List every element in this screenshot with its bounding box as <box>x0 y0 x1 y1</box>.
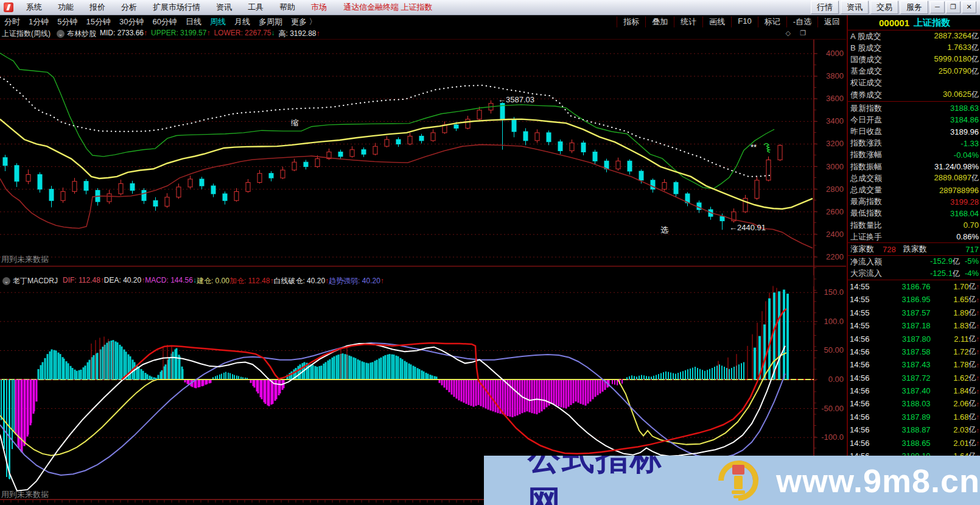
quote-row[interactable]: 最高指数3199.28 <box>848 196 980 208</box>
quote-row[interactable]: 国债成交5999.0180亿 <box>848 54 980 65</box>
quote-row[interactable]: 最低指数3168.04 <box>848 208 980 219</box>
tick-row[interactable]: 14:563188.872.03亿↑ <box>848 423 980 436</box>
tool-button--自选[interactable]: -自选 <box>786 16 817 27</box>
indicator-value: 白线破仓: 40.20↑ <box>273 276 329 286</box>
quote-row[interactable]: 指数量比0.70 <box>848 219 980 231</box>
quote-value: 5999.0180亿 <box>934 54 979 65</box>
quote-label: 最低指数 <box>850 208 882 219</box>
quote-row[interactable]: 指数振幅31.24/0.98% <box>848 161 980 172</box>
tick-row[interactable]: 14:553187.181.83亿↑ <box>848 319 980 332</box>
tick-row[interactable]: 14:563187.581.72亿↑ <box>848 345 980 358</box>
flow-value: -125.1亿-4% <box>930 269 979 279</box>
period-tab-30分钟[interactable]: 30分钟 <box>115 16 148 27</box>
menu-item-资讯[interactable]: 资讯 <box>208 1 240 14</box>
tick-row[interactable]: 14:553186.761.70亿↑ <box>848 280 980 293</box>
quote-row[interactable]: 上证换手0.86% <box>848 231 980 242</box>
tool-button-画线[interactable]: 画线 <box>702 16 731 27</box>
tick-row[interactable]: 14:563188.032.06亿↑ <box>848 397 980 410</box>
quote-row[interactable]: B 股成交1.7633亿 <box>848 42 980 54</box>
tick-row[interactable]: 14:563187.891.68亿↑ <box>848 411 980 423</box>
menu-item-报价[interactable]: 报价 <box>82 1 113 14</box>
close-button[interactable]: ✕ <box>962 1 976 13</box>
tick-row[interactable]: 14:563188.652.01亿↑ <box>848 436 980 449</box>
quote-row[interactable]: A 股成交2887.3264亿 <box>848 30 980 42</box>
indicator-name[interactable]: 布林炒股 <box>67 29 96 39</box>
menu-bar: 系统功能报价分析扩展市场行情资讯工具帮助 <box>18 1 303 14</box>
period-tab-周线[interactable]: 周线 <box>206 16 230 27</box>
titlebar-button-交易[interactable]: 交易 <box>870 1 898 14</box>
tick-row[interactable]: 14:553186.951.65亿↑ <box>848 293 980 306</box>
tool-button-标记[interactable]: 标记 <box>758 16 786 27</box>
quote-row[interactable]: 权证成交 <box>848 77 980 89</box>
tick-row[interactable]: 14:563187.721.62亿↑ <box>848 371 980 384</box>
svg-text:4000: 4000 <box>826 49 844 58</box>
svg-text:50.00: 50.00 <box>824 345 844 355</box>
minimize-button[interactable]: ─ <box>930 1 945 13</box>
svg-text:←3587.03: ←3587.03 <box>498 95 534 104</box>
period-tab-1分钟[interactable]: 1分钟 <box>24 16 53 27</box>
window-title: 通达信金融终端 上证指数 <box>343 2 433 13</box>
svg-text:用到未来数据: 用到未来数据 <box>1 255 49 264</box>
quote-label: 昨日收盘 <box>850 126 882 137</box>
quote-row[interactable]: 基金成交250.0790亿 <box>848 66 980 77</box>
chart-corner-icons[interactable]: ◇ ❐ <box>786 29 810 37</box>
quote-row[interactable]: 指数涨幅-0.04% <box>848 149 980 161</box>
menu-item-扩展市场行情[interactable]: 扩展市场行情 <box>145 1 208 14</box>
quote-label: 最新指数 <box>850 103 882 114</box>
svg-text:←2440.91: ←2440.91 <box>729 223 766 232</box>
quote-row[interactable]: 最新指数3188.63 <box>848 102 980 114</box>
menu-item-系统[interactable]: 系统 <box>18 1 50 14</box>
svg-text:缩: 缩 <box>291 118 299 127</box>
tick-row[interactable]: 14:563187.431.78亿↑ <box>848 358 980 371</box>
svg-text:2600: 2600 <box>826 207 844 216</box>
tool-button-返回[interactable]: 返回 <box>817 16 846 27</box>
macd-indicator-name[interactable]: 老丁MACDRJ <box>13 276 58 286</box>
tick-row[interactable]: 14:563187.401.84亿↑ <box>848 384 980 397</box>
quote-title[interactable]: 000001 上证指数 <box>848 15 980 30</box>
menu-item-分析[interactable]: 分析 <box>113 1 145 14</box>
period-tab-5分钟[interactable]: 5分钟 <box>53 16 82 27</box>
menu-item-功能[interactable]: 功能 <box>50 1 82 14</box>
svg-text:选: 选 <box>660 225 668 235</box>
indicator-value: 高: 3192.88↑ <box>279 29 320 39</box>
quote-row[interactable]: 今日开盘3184.86 <box>848 114 980 125</box>
period-tab-60分钟[interactable]: 60分钟 <box>148 16 181 27</box>
period-tab-月线[interactable]: 月线 <box>230 16 254 27</box>
svg-text:2800: 2800 <box>826 185 844 194</box>
quote-label: 总成交量 <box>850 185 882 196</box>
quote-value: 2887.3264亿 <box>934 31 979 41</box>
quote-row[interactable]: 指数涨跌-1.33 <box>848 138 980 149</box>
macd-collapse-icon[interactable]: ⌄ <box>2 277 10 285</box>
tool-button-F10[interactable]: F10 <box>731 16 757 27</box>
menu-item-帮助[interactable]: 帮助 <box>271 1 303 14</box>
svg-text:3200: 3200 <box>826 139 844 148</box>
tick-row[interactable]: 14:553187.571.89亿↑ <box>848 306 980 319</box>
tool-button-统计[interactable]: 统计 <box>674 16 702 27</box>
quote-row[interactable]: 债券成交30.0625亿 <box>848 89 980 101</box>
quote-label: 权证成交 <box>850 77 882 88</box>
indicator-value: MACD: 144.56↓ <box>145 276 197 286</box>
titlebar-button-行情[interactable]: 行情 <box>811 1 839 14</box>
collapse-icon[interactable]: ⌄ <box>57 30 65 38</box>
flow-value: -152.9亿-5% <box>930 256 979 267</box>
period-tab-15分钟[interactable]: 15分钟 <box>82 16 114 27</box>
menu-item-工具[interactable]: 工具 <box>240 1 271 14</box>
period-tab-日线[interactable]: 日线 <box>181 16 206 27</box>
tool-button-叠加[interactable]: 叠加 <box>645 16 674 27</box>
titlebar-button-资讯[interactable]: 资讯 <box>841 1 869 14</box>
titlebar-button-服务[interactable]: 服务 <box>900 1 928 14</box>
quote-row[interactable]: 昨日收盘3189.96 <box>848 126 980 138</box>
period-tab-更多 〉[interactable]: 更多 〉 <box>287 16 321 27</box>
menu-market[interactable]: 市场 <box>303 1 335 14</box>
advance-decline-row: 涨家数728跌家数717 <box>848 242 980 255</box>
restore-button[interactable]: ❐ <box>946 1 961 13</box>
period-tab-分时[interactable]: 分时 <box>0 16 24 27</box>
quote-panel: 000001 上证指数 A 股成交2887.3264亿B 股成交1.7633亿国… <box>847 15 980 505</box>
quote-row[interactable]: 总成交额2889.0897亿 <box>848 172 980 184</box>
quote-row[interactable]: 总成交量289788996 <box>848 184 980 196</box>
tool-button-指标[interactable]: 指标 <box>617 16 645 27</box>
titlebar-buttons: 行情资讯交易服务 <box>811 1 930 14</box>
period-tab-多周期[interactable]: 多周期 <box>254 16 287 27</box>
watermark-banner: 公式指标网 www.9m8.cn <box>484 456 980 505</box>
tick-row[interactable]: 14:563187.802.11亿↑ <box>848 332 980 345</box>
